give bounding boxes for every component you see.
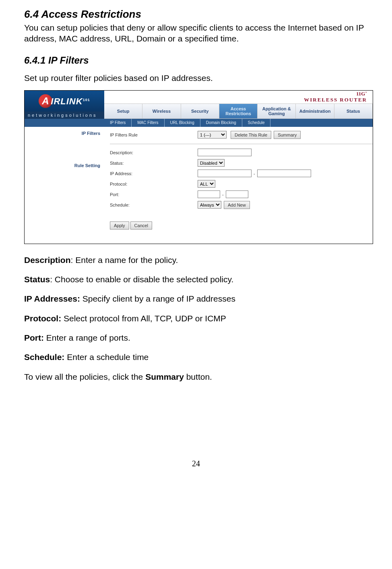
tab-setup[interactable]: Setup: [104, 104, 142, 118]
side-label-ip-filters: IP Filters: [25, 127, 104, 136]
header-right: 11G+ WIRELESS ROUTER Setup Wireless Secu…: [104, 91, 373, 119]
schedule-label: Schedule:: [110, 203, 198, 207]
row-port: Port: -: [110, 189, 373, 200]
brand-line1: 11G: [356, 91, 365, 97]
tab-status[interactable]: Status: [334, 104, 373, 118]
sub-tabs: IP Filters MAC Filters URL Blocking Doma…: [25, 119, 373, 127]
router-screenshot: AIRLINK101 networkingsolutions 11G+ WIRE…: [24, 90, 373, 244]
row-description: Description:: [110, 147, 373, 158]
summary-button[interactable]: Summary: [274, 131, 301, 139]
rule-label: IP Filters Rule: [110, 132, 198, 137]
rule-row: IP Filters Rule 1 (---) Delete This Rule…: [110, 131, 373, 144]
heading-6-4: 6.4 Access Restrictions: [24, 8, 368, 21]
status-label: Status:: [110, 161, 198, 166]
description-label: Description:: [110, 150, 198, 155]
def-ip: IP Addresses: Specify client by a range …: [24, 293, 368, 304]
para-6-4: You can setup policies that deny or allo…: [24, 22, 368, 44]
def-port-term: Port:: [24, 333, 44, 342]
def-status-text: : Choose to enable or disable the select…: [50, 275, 233, 284]
def-port-text: Enter a range of ports.: [44, 333, 130, 342]
logo-subtitle: networkingsolutions: [25, 112, 104, 119]
definitions-list: Description: Enter a name for the policy…: [24, 254, 368, 383]
side-label-rule-setting: Rule Setting: [25, 159, 104, 168]
subtab-schedule[interactable]: Schedule: [242, 119, 271, 127]
logo-sup: 101: [83, 97, 90, 101]
def-port: Port: Enter a range of ports.: [24, 332, 368, 343]
tab-access-restrictions[interactable]: Access Restrictions: [219, 104, 258, 118]
form-column: IP Filters Rule 1 (---) Delete This Rule…: [104, 127, 373, 244]
def-status: Status: Choose to enable or disable the …: [24, 274, 368, 285]
def-ip-text: Specify client by a range of IP addresse…: [80, 294, 235, 303]
ip-to-input[interactable]: [257, 170, 311, 177]
heading-6-4-1: 6.4.1 IP Filters: [24, 55, 368, 66]
port-dash: -: [220, 192, 226, 197]
logo-text-rest: IRLINK: [51, 96, 83, 106]
tab-security[interactable]: Security: [181, 104, 219, 118]
rule-select[interactable]: 1 (---): [198, 131, 227, 139]
delete-rule-button[interactable]: Delete This Rule: [231, 131, 271, 139]
def-summary-post: button.: [184, 372, 212, 381]
subtab-domain-blocking[interactable]: Domain Blocking: [200, 119, 242, 127]
apply-row: Apply Cancel: [110, 221, 373, 230]
def-status-term: Status: [24, 275, 50, 284]
def-description: Description: Enter a name for the policy…: [24, 254, 368, 266]
protocol-select[interactable]: ALL: [198, 180, 215, 188]
row-protocol: Protocol: ALL: [110, 179, 373, 189]
tab-wireless[interactable]: Wireless: [142, 104, 181, 118]
brand-text: 11G+ WIRELESS ROUTER: [304, 91, 367, 103]
brand-row: 11G+ WIRELESS ROUTER: [104, 91, 373, 103]
port-from-input[interactable]: [198, 190, 220, 198]
schedule-select[interactable]: Always: [198, 201, 221, 209]
description-input[interactable]: [198, 149, 252, 156]
tab-administration[interactable]: Administration: [296, 104, 334, 118]
screenshot-body: IP Filters Rule Setting IP Filters Rule …: [25, 127, 373, 244]
subtab-ip-filters[interactable]: IP Filters: [104, 119, 132, 127]
brand-line2: WIRELESS ROUTER: [304, 97, 367, 103]
add-new-button[interactable]: Add New: [224, 201, 250, 209]
port-to-input[interactable]: [226, 190, 248, 198]
row-schedule: Schedule: Always Add New: [110, 200, 373, 210]
def-ip-term: IP Addresses:: [24, 294, 80, 303]
ip-from-input[interactable]: [198, 170, 252, 177]
subtab-url-blocking[interactable]: URL Blocking: [165, 119, 200, 127]
subtab-mac-filters[interactable]: MAC Filters: [132, 119, 164, 127]
screenshot-header: AIRLINK101 networkingsolutions 11G+ WIRE…: [25, 91, 373, 119]
brand-line1-sup: +: [365, 91, 367, 94]
side-column: IP Filters Rule Setting: [25, 127, 104, 244]
def-summary-bold: Summary: [145, 372, 184, 381]
row-status: Status: Disabled: [110, 158, 373, 168]
tab-application-gaming[interactable]: Application & Gaming: [258, 104, 296, 118]
cancel-button[interactable]: Cancel: [130, 221, 152, 230]
def-schedule-text: Enter a schedule time: [64, 352, 149, 362]
page-number: 24: [24, 459, 368, 468]
intro-6-4-1: Set up router filter policies based on I…: [24, 73, 368, 83]
row-ip: IP Address: -: [110, 168, 373, 179]
status-select[interactable]: Disabled: [198, 159, 225, 167]
def-summary: To view all the policies, click the Summ…: [24, 371, 368, 383]
def-description-text: : Enter a name for the policy.: [71, 255, 178, 265]
main-tabs: Setup Wireless Security Access Restricti…: [104, 103, 373, 119]
def-description-term: Description: [24, 255, 71, 265]
def-summary-pre: To view all the policies, click the: [24, 372, 145, 381]
def-protocol-text: Select protocol from All, TCP, UDP or IC…: [61, 314, 226, 323]
ip-label: IP Address:: [110, 171, 198, 176]
def-schedule: Schedule: Enter a schedule time: [24, 352, 368, 363]
apply-button[interactable]: Apply: [110, 221, 129, 230]
logo: AIRLINK101: [25, 91, 104, 112]
def-schedule-term: Schedule:: [24, 352, 64, 362]
def-protocol-term: Protocol:: [24, 314, 61, 323]
protocol-label: Protocol:: [110, 182, 198, 186]
logo-area: AIRLINK101 networkingsolutions: [25, 91, 104, 119]
port-label: Port:: [110, 192, 198, 197]
ip-dash: -: [252, 171, 257, 176]
def-protocol: Protocol: Select protocol from All, TCP,…: [24, 313, 368, 324]
